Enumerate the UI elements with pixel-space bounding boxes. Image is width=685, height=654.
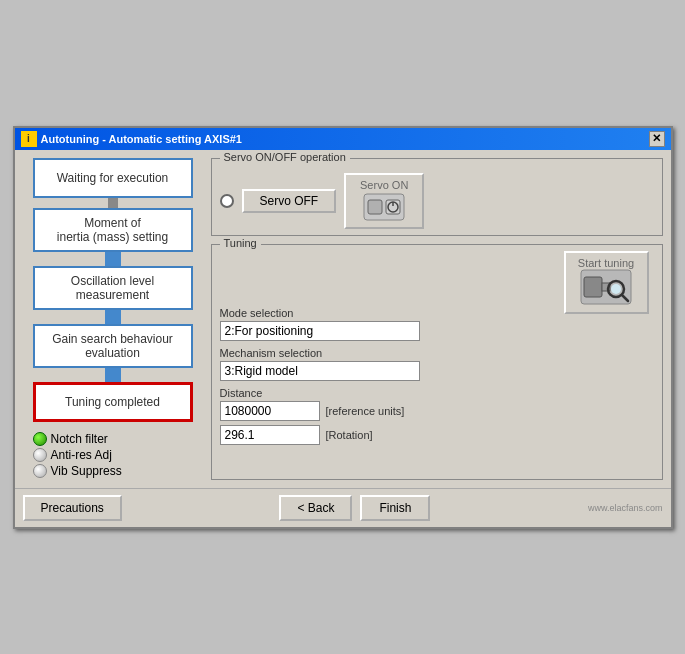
main-window: i Autotuning - Automatic setting AXIS#1 … (13, 126, 673, 529)
servo-off-button[interactable]: Servo OFF (242, 189, 337, 213)
precautions-button[interactable]: Precautions (23, 495, 122, 521)
servo-on-icon (360, 191, 408, 223)
distance-row2: [Rotation] (220, 425, 556, 445)
indicator-notch: Notch filter (33, 432, 193, 446)
step-gain: Gain search behaviour evaluation (33, 324, 193, 368)
servo-on-button[interactable]: Servo ON (344, 173, 424, 229)
distance-input1[interactable] (220, 401, 320, 421)
mode-input[interactable] (220, 321, 420, 341)
distance-row1: [reference units] (220, 401, 556, 421)
close-button[interactable]: ✕ (649, 131, 665, 147)
title-bar: i Autotuning - Automatic setting AXIS#1 … (15, 128, 671, 150)
connector-2 (105, 252, 121, 266)
bottom-bar: Precautions < Back Finish www.elacfans.c… (15, 488, 671, 527)
tuning-fields: Mode selection Mechanism selection Dista… (220, 251, 556, 449)
servo-group-label: Servo ON/OFF operation (220, 151, 350, 163)
servo-radio[interactable] (220, 194, 234, 208)
tuning-group-label: Tuning (220, 237, 261, 249)
step-oscillation: Oscillation levelmeasurement (33, 266, 193, 310)
window-title: Autotuning - Automatic setting AXIS#1 (41, 133, 242, 145)
servo-row: Servo OFF Servo ON (220, 173, 654, 229)
back-button[interactable]: < Back (279, 495, 352, 521)
vib-led (33, 464, 47, 478)
mechanism-input[interactable] (220, 361, 420, 381)
indicator-vib: Vib Suppress (33, 464, 193, 478)
finish-button[interactable]: Finish (360, 495, 430, 521)
svg-rect-6 (584, 277, 602, 297)
watermark: www.elacfans.com (588, 503, 663, 513)
step-tuning: Tuning completed (33, 382, 193, 422)
notch-led (33, 432, 47, 446)
mode-label: Mode selection (220, 307, 556, 319)
distance-unit2: [Rotation] (326, 429, 373, 441)
window-icon: i (21, 131, 37, 147)
start-tuning-icon (580, 269, 632, 308)
mechanism-row (220, 361, 556, 381)
svg-rect-1 (368, 200, 382, 214)
tuning-right: Start tuning (564, 251, 654, 449)
antires-led (33, 448, 47, 462)
step-waiting: Waiting for execution (33, 158, 193, 198)
main-content: Waiting for execution Moment ofinertia (… (15, 150, 671, 488)
indicator-antires: Anti-res Adj (33, 448, 193, 462)
step-inertia: Moment ofinertia (mass) setting (33, 208, 193, 252)
distance-label: Distance (220, 387, 556, 399)
start-tuning-button[interactable]: Start tuning (564, 251, 649, 314)
bottom-center-buttons: < Back Finish (279, 495, 430, 521)
start-tuning-label: Start tuning (578, 257, 634, 269)
tuning-group: Tuning Mode selection Mechanism selectio… (211, 244, 663, 480)
distance-unit1: [reference units] (326, 405, 405, 417)
distance-input2[interactable] (220, 425, 320, 445)
svg-point-9 (611, 284, 621, 294)
left-panel: Waiting for execution Moment ofinertia (… (23, 158, 203, 480)
right-panel: Servo ON/OFF operation Servo OFF Servo O… (211, 158, 663, 480)
title-bar-left: i Autotuning - Automatic setting AXIS#1 (21, 131, 242, 147)
indicators-panel: Notch filter Anti-res Adj Vib Suppress (33, 432, 193, 480)
mechanism-label: Mechanism selection (220, 347, 556, 359)
connector-4 (105, 368, 121, 382)
mode-row (220, 321, 556, 341)
servo-group: Servo ON/OFF operation Servo OFF Servo O… (211, 158, 663, 236)
servo-on-label: Servo ON (360, 179, 408, 191)
connector-1 (108, 198, 118, 208)
tuning-inner: Mode selection Mechanism selection Dista… (220, 251, 654, 449)
connector-3 (105, 310, 121, 324)
